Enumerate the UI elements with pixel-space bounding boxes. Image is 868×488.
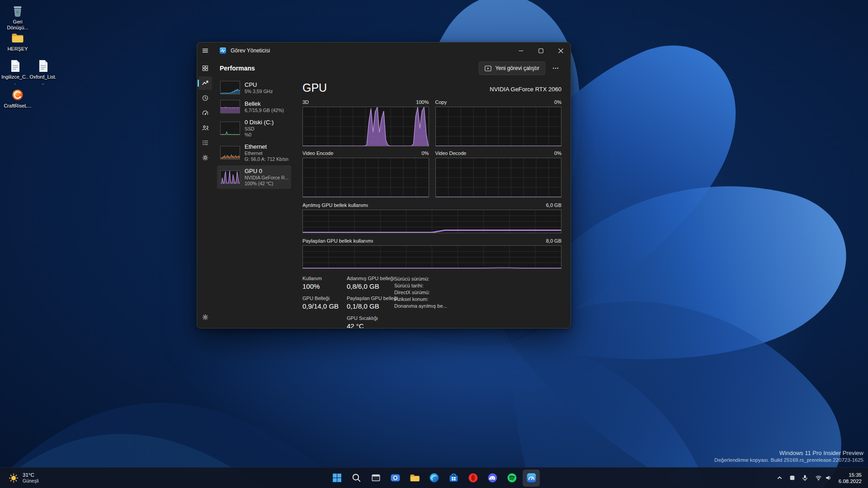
document-icon — [36, 59, 50, 73]
chart-shared-memory: Paylaşılan GPU bellek kullanımı 8,0 GB — [302, 238, 561, 269]
desktop-icon-label: Oxford_List... — [29, 74, 57, 86]
chart-label: Ayrılmış GPU bellek kullanımı — [302, 202, 368, 208]
taskbar-camera[interactable] — [387, 469, 404, 487]
stat-label: Paylaşılan GPU belleği — [347, 296, 394, 301]
tray-chevron-up[interactable] — [774, 471, 786, 485]
more-options-button[interactable] — [549, 61, 562, 75]
perf-item-sub: G: 56,0 A: 712 Kb/sn — [245, 156, 288, 162]
perf-item-cpu[interactable]: CPU 5% 3,59 GHz — [217, 79, 291, 97]
gpu-detail-pane: GPU NVIDIA GeForce RTX 2060 3D 100% — [302, 78, 561, 328]
run-new-task-label: Yeni görevi çalıştır — [495, 65, 539, 71]
stat-value: 0,8/6,0 GB — [347, 282, 394, 290]
nav-performance[interactable] — [198, 76, 212, 90]
page-title: Performans — [220, 65, 255, 72]
camera-icon — [390, 472, 401, 483]
driver-info: Sürücü sürümü: Sürücü tarihi: DirectX sü… — [394, 276, 561, 328]
chart-label: Video Decode — [435, 150, 467, 156]
desktop-icon-ingilizce[interactable]: Ingilizce_C... — [1, 59, 29, 86]
weather-temp: 31°C — [23, 472, 39, 478]
maximize-button[interactable] — [531, 42, 551, 59]
chart-label: 3D — [302, 99, 309, 105]
nav-processes[interactable] — [198, 61, 212, 75]
gpu-stats: Kullanım 100% GPU Belleği 0,9/14,0 GB Ad… — [302, 276, 561, 328]
nav-rail — [197, 59, 213, 328]
tray-square-icon — [789, 474, 796, 481]
perf-item-title: 0 Diski (C:) — [245, 119, 274, 126]
stat-label: Kullanım — [302, 276, 347, 281]
discord-icon — [487, 472, 498, 483]
desktop-icon-craftrise[interactable]: CraftRiseL... — [4, 88, 32, 109]
perf-item-sub: %0 — [245, 132, 274, 138]
taskbar-task-manager[interactable] — [523, 469, 540, 487]
taskbar-spotify[interactable] — [503, 469, 520, 487]
task-manager-window: Görev Yöneticisi — [197, 42, 571, 328]
sun-icon — [8, 473, 19, 483]
perf-item-gpu[interactable]: GPU 0 NVIDIA GeForce R... 100% (42 °C) — [217, 165, 291, 189]
gpu-title: GPU — [302, 81, 327, 94]
processes-icon — [202, 65, 209, 72]
nav-details[interactable] — [198, 136, 212, 150]
chart-video-decode: Video Decode 0% — [435, 150, 562, 197]
nav-settings[interactable] — [198, 310, 212, 324]
performance-list: CPU 5% 3,59 GHz Bellek 6,7/15,9 GB (42%) — [213, 78, 291, 328]
tray-microphone[interactable] — [799, 471, 811, 485]
perf-item-memory[interactable]: Bellek 6,7/15,9 GB (42%) — [217, 98, 291, 116]
start-button[interactable] — [328, 469, 345, 487]
taskbar-discord[interactable] — [484, 469, 501, 487]
taskbar-app-window[interactable] — [367, 469, 384, 487]
nav-users[interactable] — [198, 121, 212, 135]
weather-widget[interactable]: 31°C Güneşli — [5, 469, 42, 487]
clock[interactable]: 15:35 6.08.2022 — [836, 472, 866, 484]
clock-date: 6.08.2022 — [839, 478, 862, 484]
desktop-icon-label: CraftRiseL... — [4, 103, 31, 109]
stat-label: GPU Sıcaklığı — [347, 315, 394, 321]
desktop: Geri Dönüşü... HERŞEY Ingilizce_C... Oxf… — [0, 0, 868, 488]
task-manager-icon — [526, 472, 537, 483]
taskbar-opera[interactable] — [464, 469, 481, 487]
chart-copy: Copy 0% — [435, 99, 562, 146]
tray-network-volume[interactable] — [812, 471, 835, 485]
taskbar-store[interactable] — [445, 469, 462, 487]
search-button[interactable] — [348, 469, 365, 487]
chart-shared-memory-plot — [302, 245, 561, 269]
recycle-bin-icon — [10, 4, 25, 18]
desktop-icon-hersey[interactable]: HERŞEY — [4, 31, 32, 52]
close-button[interactable] — [551, 42, 571, 59]
nav-startup-apps[interactable] — [198, 106, 212, 120]
nav-app-history[interactable] — [198, 91, 212, 105]
taskbar-file-explorer[interactable] — [406, 469, 423, 487]
hamburger-menu-button[interactable] — [197, 42, 213, 59]
perf-item-disk[interactable]: 0 Diski (C:) SSD %0 — [217, 117, 291, 140]
chart-scale: 0% — [422, 150, 429, 156]
task-manager-app-icon — [219, 47, 226, 54]
perf-item-ethernet[interactable]: Ethernet Ethernet G: 56,0 A: 712 Kb/sn — [217, 141, 291, 164]
chart-scale: 6,0 GB — [546, 202, 561, 208]
desktop-icon-label: Geri Dönüşü... — [4, 19, 32, 31]
desktop-icon-recycle-bin[interactable]: Geri Dönüşü... — [4, 4, 32, 31]
taskbar-edge[interactable] — [425, 469, 443, 487]
stat-value: 42 °C — [347, 322, 394, 328]
folder-icon — [409, 472, 420, 483]
gpu-mini-chart — [220, 170, 240, 184]
stat-value: 100% — [302, 282, 347, 290]
perf-item-sub: 6,7/15,9 GB (42%) — [245, 108, 284, 113]
perf-item-title: Ethernet — [245, 143, 288, 150]
run-new-task-button[interactable]: Yeni görevi çalıştır — [479, 61, 545, 75]
minimize-button[interactable] — [511, 42, 531, 59]
chart-video-encode: Video Encode 0% — [302, 150, 429, 197]
chart-label: Copy — [435, 99, 447, 105]
startup-icon — [202, 109, 209, 117]
titlebar[interactable]: Görev Yöneticisi — [197, 42, 571, 59]
desktop-icon-oxford[interactable]: Oxford_List... — [29, 59, 57, 86]
watermark-line1: Windows 11 Pro Insider Preview — [714, 449, 863, 457]
nav-services[interactable] — [198, 151, 212, 164]
folder-icon — [10, 31, 25, 45]
chart-video-encode-plot — [302, 158, 429, 197]
chart-scale: 8,0 GB — [546, 238, 561, 244]
perf-item-sub: 100% (42 °C) — [245, 181, 288, 187]
gear-icon — [202, 314, 209, 321]
chart-3d: 3D 100% — [302, 99, 429, 146]
tray-app-icon[interactable] — [787, 471, 798, 485]
edge-icon — [429, 472, 440, 483]
details-icon — [202, 139, 209, 146]
